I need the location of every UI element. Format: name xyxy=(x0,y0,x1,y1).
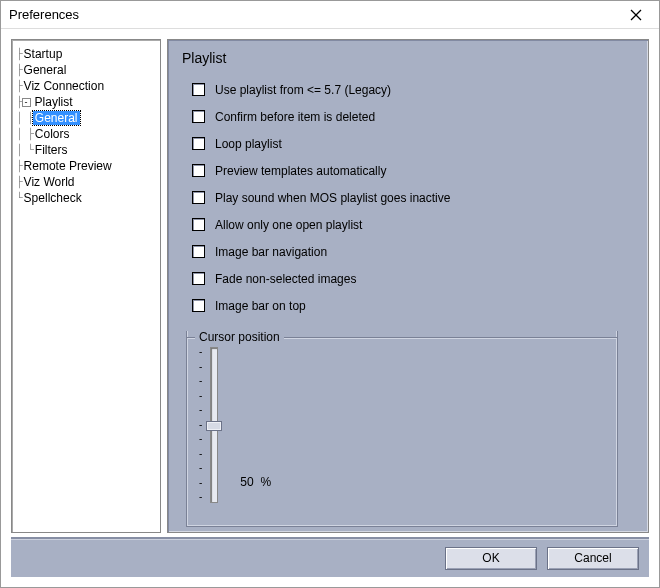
tree-item-label[interactable]: Startup xyxy=(22,47,65,61)
tree-item-label[interactable]: Spellcheck xyxy=(22,191,84,205)
checkbox-list: Use playlist from <= 5.7 (Legacy)Confirm… xyxy=(192,76,634,319)
checkbox-label: Confirm before item is deleted xyxy=(215,110,375,124)
tree-item[interactable]: ├Viz World xyxy=(16,174,156,190)
checkbox-row: Allow only one open playlist xyxy=(192,211,634,238)
group-legend: Cursor position xyxy=(195,330,284,344)
tree-item[interactable]: │ ├General xyxy=(16,110,156,126)
tree-item-label[interactable]: Viz World xyxy=(22,175,77,189)
tree-item-label[interactable]: Viz Connection xyxy=(22,79,107,93)
cursor-position-slider[interactable] xyxy=(206,345,222,505)
tree-item-label[interactable]: Filters xyxy=(33,143,70,157)
checkbox[interactable] xyxy=(192,164,205,177)
tree-item[interactable]: ├Viz Connection xyxy=(16,78,156,94)
checkbox[interactable] xyxy=(192,245,205,258)
checkbox-row: Image bar navigation xyxy=(192,238,634,265)
tree-branch-icon: │ └ xyxy=(16,144,33,156)
slider-value: 50 % xyxy=(240,475,271,489)
checkbox-row: Use playlist from <= 5.7 (Legacy) xyxy=(192,76,634,103)
window-title: Preferences xyxy=(9,7,619,22)
title-bar: Preferences xyxy=(1,1,659,29)
slider-thumb[interactable] xyxy=(206,421,222,431)
ok-button[interactable]: OK xyxy=(445,547,537,570)
dialog-content: ├Startup├General├Viz Connection├-Playlis… xyxy=(1,29,659,537)
tree-item[interactable]: │ ├Colors xyxy=(16,126,156,142)
close-icon xyxy=(630,9,642,21)
slider-area: ----- ------ 50 % xyxy=(199,345,605,505)
checkbox-row: Preview templates automatically xyxy=(192,157,634,184)
collapse-icon[interactable]: - xyxy=(22,98,31,107)
tree-item-label[interactable]: Colors xyxy=(33,127,72,141)
nav-tree-panel: ├Startup├General├Viz Connection├-Playlis… xyxy=(11,39,161,533)
nav-tree[interactable]: ├Startup├General├Viz Connection├-Playlis… xyxy=(12,40,160,212)
settings-panel: Playlist Use playlist from <= 5.7 (Legac… xyxy=(167,39,649,533)
checkbox-row: Fade non-selected images xyxy=(192,265,634,292)
checkbox-row: Loop playlist xyxy=(192,130,634,157)
checkbox-row: Play sound when MOS playlist goes inacti… xyxy=(192,184,634,211)
checkbox-label: Loop playlist xyxy=(215,137,282,151)
tree-item[interactable]: │ └Filters xyxy=(16,142,156,158)
tree-item-label[interactable]: Playlist xyxy=(33,95,75,109)
checkbox-label: Fade non-selected images xyxy=(215,272,356,286)
checkbox[interactable] xyxy=(192,83,205,96)
checkbox-label: Use playlist from <= 5.7 (Legacy) xyxy=(215,83,391,97)
checkbox[interactable] xyxy=(192,218,205,231)
section-title: Playlist xyxy=(182,50,634,66)
tree-item[interactable]: └Spellcheck xyxy=(16,190,156,206)
checkbox-label: Play sound when MOS playlist goes inacti… xyxy=(215,191,450,205)
checkbox[interactable] xyxy=(192,137,205,150)
checkbox[interactable] xyxy=(192,299,205,312)
checkbox[interactable] xyxy=(192,191,205,204)
tree-item[interactable]: ├Startup xyxy=(16,46,156,62)
tree-item[interactable]: ├Remote Preview xyxy=(16,158,156,174)
tree-item-label[interactable]: General xyxy=(33,111,80,125)
checkbox[interactable] xyxy=(192,272,205,285)
cursor-position-group: Cursor position ----- ------ 50 % xyxy=(186,331,618,527)
close-button[interactable] xyxy=(619,4,653,26)
tree-branch-icon: │ ├ xyxy=(16,112,33,124)
checkbox-row: Image bar on top xyxy=(192,292,634,319)
checkbox-label: Image bar on top xyxy=(215,299,306,313)
cancel-button[interactable]: Cancel xyxy=(547,547,639,570)
dialog-footer: OK Cancel xyxy=(11,537,649,577)
tree-item-label[interactable]: Remote Preview xyxy=(22,159,114,173)
tree-item[interactable]: ├General xyxy=(16,62,156,78)
checkbox[interactable] xyxy=(192,110,205,123)
tree-item[interactable]: ├-Playlist xyxy=(16,94,156,110)
checkbox-label: Allow only one open playlist xyxy=(215,218,362,232)
tree-item-label[interactable]: General xyxy=(22,63,69,77)
preferences-window: Preferences ├Startup├General├Viz Connect… xyxy=(0,0,660,588)
checkbox-row: Confirm before item is deleted xyxy=(192,103,634,130)
slider-ticks: ----- ------ xyxy=(199,345,202,505)
checkbox-label: Preview templates automatically xyxy=(215,164,386,178)
tree-branch-icon: │ ├ xyxy=(16,128,33,140)
checkbox-label: Image bar navigation xyxy=(215,245,327,259)
